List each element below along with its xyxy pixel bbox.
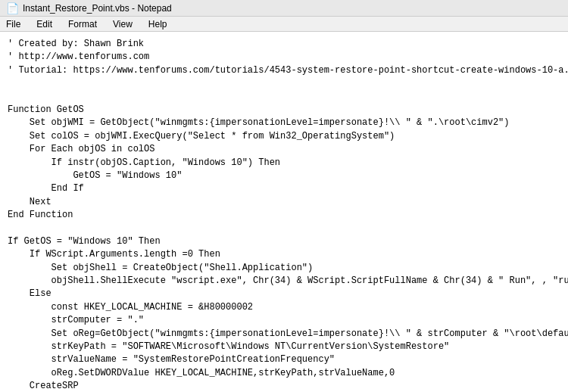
- code-line: For Each objOS in colOS: [8, 143, 560, 156]
- code-line: Set objShell = CreateObject("Shell.Appli…: [8, 262, 560, 275]
- code-line: [8, 91, 560, 104]
- editor-area[interactable]: ' Created by: Shawn Brink' http://www.te…: [0, 32, 568, 392]
- menu-item-help[interactable]: Help: [146, 19, 170, 30]
- code-line: strComputer = ".": [8, 314, 560, 327]
- notepad-icon: 📄: [6, 2, 19, 14]
- code-line: If instr(objOS.Caption, "Windows 10") Th…: [8, 157, 560, 170]
- menu-item-view[interactable]: View: [111, 19, 135, 30]
- code-line: Set colOS = objWMI.ExecQuery("Select * f…: [8, 130, 560, 143]
- code-line: ' http://www.tenforums.com: [8, 51, 560, 64]
- code-line: [8, 77, 560, 90]
- code-line: Else: [8, 288, 560, 300]
- code-line: If GetOS = "Windows 10" Then: [8, 235, 560, 248]
- code-line: strKeyPath = "SOFTWARE\Microsoft\Windows…: [8, 341, 560, 353]
- menu-bar: FileEditFormatViewHelp: [0, 17, 568, 32]
- code-line: const HKEY_LOCAL_MACHINE = &H80000002: [8, 301, 560, 314]
- title-text: Instant_Restore_Point.vbs - Notepad: [23, 3, 172, 14]
- code-line: ' Tutorial: https://www.tenforums.com/tu…: [8, 64, 560, 77]
- code-line: strValueName = "SystemRestorePointCreati…: [8, 353, 560, 366]
- code-line: End If: [8, 182, 560, 195]
- code-line: Set oReg=GetObject("winmgmts:{impersonat…: [8, 328, 560, 341]
- code-line: Function GetOS: [8, 104, 560, 117]
- menu-item-format[interactable]: Format: [66, 19, 99, 30]
- menu-item-file[interactable]: File: [4, 19, 23, 30]
- code-line: CreateSRP: [8, 380, 560, 392]
- title-bar: 📄 Instant_Restore_Point.vbs - Notepad: [0, 0, 568, 17]
- code-line: Next: [8, 196, 560, 209]
- code-line: ' Created by: Shawn Brink: [8, 38, 560, 51]
- menu-item-edit[interactable]: Edit: [34, 19, 55, 30]
- code-line: End Function: [8, 209, 560, 222]
- code-line: If WScript.Arguments.length =0 Then: [8, 248, 560, 261]
- code-line: [8, 222, 560, 235]
- code-line: GetOS = "Windows 10": [8, 170, 560, 182]
- code-line: objShell.ShellExecute "wscript.exe", Chr…: [8, 275, 560, 288]
- code-line: Set objWMI = GetObject("winmgmts:{impers…: [8, 117, 560, 129]
- code-line: oReg.SetDWORDValue HKEY_LOCAL_MACHINE,st…: [8, 367, 560, 380]
